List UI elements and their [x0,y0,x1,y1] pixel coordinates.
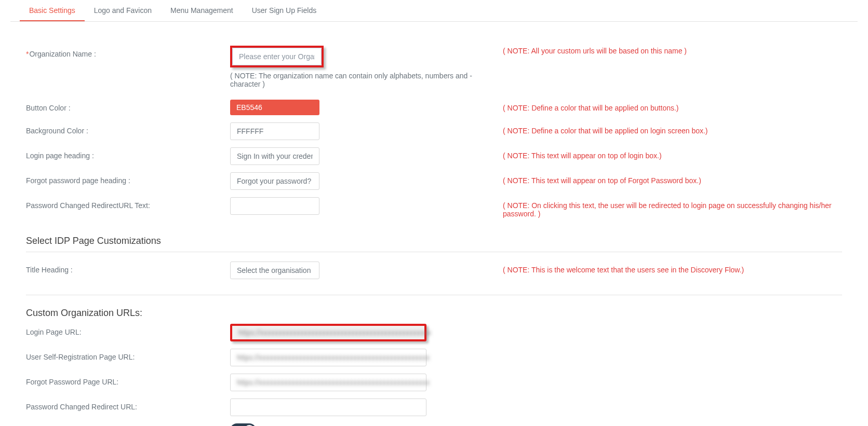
org-name-input[interactable] [232,48,322,65]
button-color-label: Button Color : [26,100,230,112]
pwd-redirect-url-label: Password Changed Redirect URL: [26,398,230,411]
login-url-field: https://xxxxxxxxxxxxxxxxxxxxxxxxxxxxxxxx… [230,324,426,341]
button-color-note: ( NOTE: Define a color that will be appl… [503,100,842,112]
tab-logo-favicon[interactable]: Logo and Favicon [85,0,161,21]
title-heading-note: ( NOTE: This is the welcome text that th… [503,262,842,274]
login-heading-label: Login page heading : [26,147,230,160]
background-color-label: Background Color : [26,122,230,135]
urls-section-heading: Custom Organization URLs: [26,305,842,324]
redirect-text-input[interactable] [230,197,319,215]
self-reg-url-label: User Self-Registration Page URL: [26,349,230,361]
title-heading-input[interactable] [230,262,319,279]
redirect-text-label: Password Changed RedirectURL Text: [26,197,230,210]
forgot-url-field: https://xxxxxxxxxxxxxxxxxxxxxxxxxxxxxxxx… [230,374,426,391]
forgot-heading-note: ( NOTE: This text will appear on top of … [503,172,842,185]
background-color-input[interactable] [230,122,319,140]
login-heading-input[interactable] [230,147,319,165]
org-name-sidenote: ( NOTE: All your custom urls will be bas… [503,43,842,55]
org-name-subnote: ( NOTE: The organization name can contai… [230,72,503,88]
redirect-text-note: ( NOTE: On clicking this text, the user … [503,197,842,218]
tab-user-signup-fields[interactable]: User Sign Up Fields [243,0,326,21]
self-reg-url-field: https://xxxxxxxxxxxxxxxxxxxxxxxxxxxxxxxx… [230,349,426,366]
tabs-bar: Basic Settings Logo and Favicon Menu Man… [10,0,858,22]
idp-section-heading: Select IDP Page Customizations [26,225,842,252]
pwd-redirect-url-input[interactable] [230,398,426,416]
title-heading-label: Title Heading : [26,262,230,274]
background-color-note: ( NOTE: Define a color that will be appl… [503,122,842,135]
button-color-input[interactable]: EB5546 [230,100,319,115]
forgot-url-label: Forgot Password Page URL: [26,374,230,386]
forgot-heading-label: Forgot password page heading : [26,172,230,185]
show-forgot-toggle[interactable] [230,423,256,426]
login-heading-note: ( NOTE: This text will appear on top of … [503,147,842,160]
login-url-label: Login Page URL: [26,324,230,336]
show-forgot-label: Show Forgot Password Link to Users: [26,423,230,426]
tab-menu-management[interactable]: Menu Management [161,0,243,21]
tab-basic-settings[interactable]: Basic Settings [20,0,85,21]
org-name-label: Organization Name : [26,46,230,58]
forgot-heading-input[interactable] [230,172,319,190]
